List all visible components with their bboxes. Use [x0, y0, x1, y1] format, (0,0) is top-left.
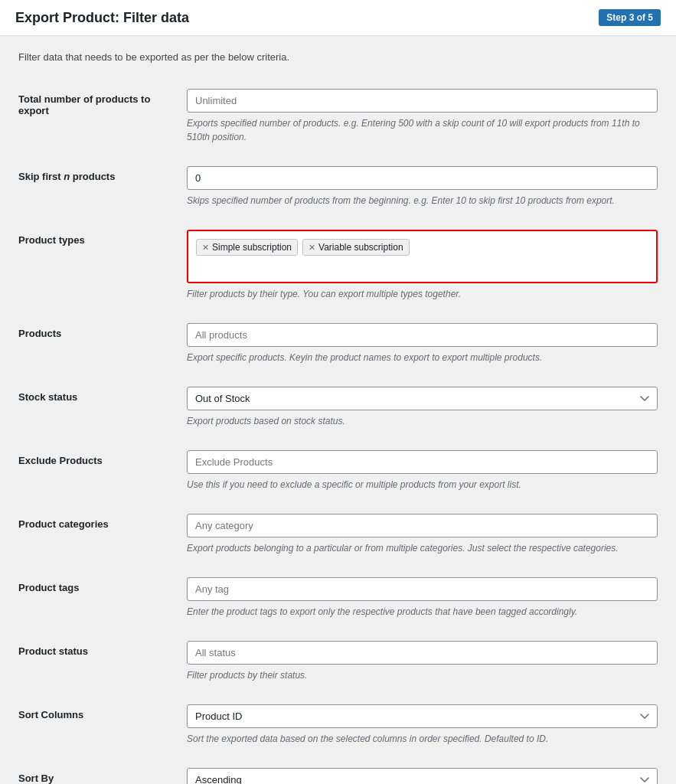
field-col-product-status: Filter products by their status.: [187, 641, 658, 682]
form-container: Total number of products to export Expor…: [18, 78, 658, 784]
label-sort-by: Sort By: [18, 768, 187, 784]
label-product-status: Product status: [18, 641, 187, 657]
hint-products: Export specific products. Keyin the prod…: [187, 351, 658, 364]
field-col-products: Export specific products. Keyin the prod…: [187, 323, 658, 364]
label-product-categories: Product categories: [18, 514, 187, 530]
remove-simple-subscription[interactable]: ✕: [202, 243, 209, 252]
field-row-skip-products: Skip first n products Skips specified nu…: [18, 155, 658, 219]
field-col-product-categories: Export products belonging to a particula…: [187, 514, 658, 555]
field-row-total-products: Total number of products to export Expor…: [18, 78, 658, 155]
field-row-product-categories: Product categories Export products belon…: [18, 503, 658, 567]
hint-product-status: Filter products by their status.: [187, 668, 658, 682]
page-title: Export Product: Filter data: [15, 10, 189, 26]
input-product-status[interactable]: [187, 641, 658, 665]
select-stock-status[interactable]: All statuses In Stock Out of Stock On Ba…: [187, 387, 658, 410]
hint-product-types: Filter products by their type. You can e…: [187, 287, 658, 301]
field-row-product-tags: Product tags Enter the product tags to e…: [18, 567, 658, 630]
field-row-stock-status: Stock status All statuses In Stock Out o…: [18, 376, 658, 439]
tag-label-variable: Variable subscription: [318, 242, 403, 253]
hint-product-categories: Export products belonging to a particula…: [187, 541, 658, 555]
label-stock-status: Stock status: [18, 387, 187, 403]
input-product-tags[interactable]: [187, 577, 658, 601]
hint-stock-status: Export products based on stock status.: [187, 414, 658, 428]
label-skip-products: Skip first n products: [18, 166, 187, 182]
field-row-sort-columns: Sort Columns Product ID Product Name SKU…: [18, 694, 658, 757]
product-types-box[interactable]: ✕ Simple subscription ✕ Variable subscri…: [187, 230, 658, 283]
input-total-products[interactable]: [187, 89, 658, 113]
tag-variable-subscription: ✕ Variable subscription: [302, 239, 410, 256]
label-product-tags: Product tags: [18, 577, 187, 593]
tag-simple-subscription: ✕ Simple subscription: [196, 239, 298, 256]
field-row-product-types: Product types ✕ Simple subscription ✕ Va…: [18, 219, 658, 312]
field-row-products: Products Export specific products. Keyin…: [18, 312, 658, 376]
field-col-product-types: ✕ Simple subscription ✕ Variable subscri…: [187, 230, 658, 301]
hint-sort-columns: Sort the exported data based on the sele…: [187, 732, 658, 746]
field-row-exclude-products: Exclude Products Use this if you need to…: [18, 439, 658, 503]
content-area: Filter data that needs to be exported as…: [0, 36, 676, 784]
page-header: Export Product: Filter data Step 3 of 5: [0, 0, 676, 36]
field-col-stock-status: All statuses In Stock Out of Stock On Ba…: [187, 387, 658, 428]
field-col-skip-products: Skips specified number of products from …: [187, 166, 658, 207]
label-total-products: Total number of products to export: [18, 89, 187, 116]
hint-product-tags: Enter the product tags to export only th…: [187, 605, 658, 619]
select-sort-by[interactable]: Ascending Descending: [187, 768, 658, 784]
tag-label-simple: Simple subscription: [212, 242, 292, 253]
label-product-types: Product types: [18, 230, 187, 246]
input-exclude-products[interactable]: [187, 450, 658, 474]
field-col-sort-columns: Product ID Product Name SKU Price Stock …: [187, 704, 658, 746]
hint-exclude-products: Use this if you need to exclude a specif…: [187, 478, 658, 492]
label-products: Products: [18, 323, 187, 339]
intro-text: Filter data that needs to be exported as…: [18, 51, 658, 63]
field-col-total-products: Exports specified number of products. e.…: [187, 89, 658, 144]
hint-skip-products: Skips specified number of products from …: [187, 194, 658, 207]
hint-total-products: Exports specified number of products. e.…: [187, 116, 658, 144]
label-exclude-products: Exclude Products: [18, 450, 187, 466]
field-col-sort-by: Ascending Descending Defaulted to Ascend…: [187, 768, 658, 784]
field-col-exclude-products: Use this if you need to exclude a specif…: [187, 450, 658, 492]
field-row-product-status: Product status Filter products by their …: [18, 630, 658, 694]
input-products[interactable]: [187, 323, 658, 347]
select-sort-columns[interactable]: Product ID Product Name SKU Price Stock: [187, 704, 658, 728]
page-wrapper: Export Product: Filter data Step 3 of 5 …: [0, 0, 676, 784]
field-col-product-tags: Enter the product tags to export only th…: [187, 577, 658, 619]
input-skip-products[interactable]: [187, 166, 658, 190]
remove-variable-subscription[interactable]: ✕: [309, 243, 315, 252]
input-product-categories[interactable]: [187, 514, 658, 537]
field-row-sort-by: Sort By Ascending Descending Defaulted t…: [18, 757, 658, 784]
step-badge: Step 3 of 5: [599, 9, 661, 26]
label-sort-columns: Sort Columns: [18, 704, 187, 720]
